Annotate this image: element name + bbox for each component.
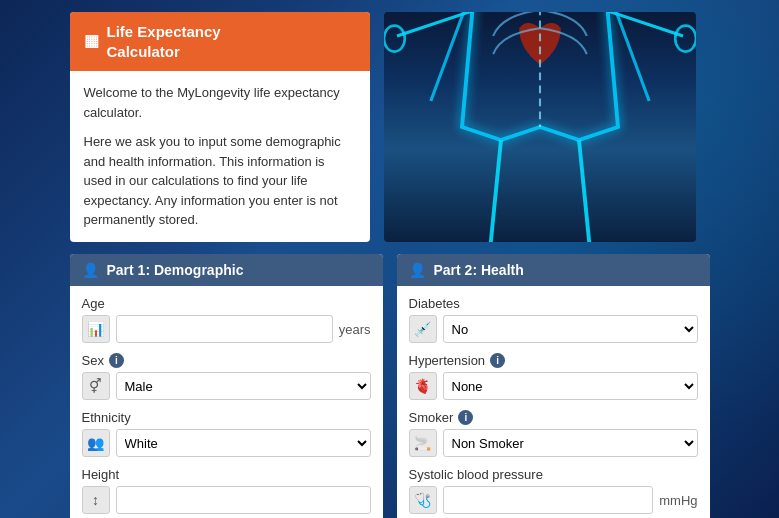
sex-icon: ⚥ (82, 372, 110, 400)
height-group: Height ↕ (82, 467, 371, 514)
hypertension-icon: 🫀 (409, 372, 437, 400)
intro-para1: Welcome to the MyLongevity life expectan… (84, 83, 356, 122)
sex-label: Sex i (82, 353, 371, 368)
height-input[interactable] (116, 486, 371, 514)
systolic-bp-icon: 🩺 (409, 486, 437, 514)
systolic-bp-group: Systolic blood pressure 🩺 120 mmHg (409, 467, 698, 514)
hypertension-group: Hypertension i 🫀 None Controlled Uncontr… (409, 353, 698, 400)
smoker-select[interactable]: Non Smoker Current Smoker Ex Smoker (443, 429, 698, 457)
demographic-header-label: Part 1: Demographic (107, 262, 244, 278)
systolic-bp-input-row: 🩺 120 mmHg (409, 486, 698, 514)
health-panel: 👤 Part 2: Health Diabetes 💉 No Yes (397, 254, 710, 518)
body-figure-svg: 10110100 01001011 11001010 10110001 (384, 12, 696, 242)
hypertension-label: Hypertension i (409, 353, 698, 368)
diabetes-group: Diabetes 💉 No Yes (409, 296, 698, 343)
demographic-panel: 👤 Part 1: Demographic Age 📊 years (70, 254, 383, 518)
age-icon: 📊 (82, 315, 110, 343)
smoker-icon: 🚬 (409, 429, 437, 457)
panel-title: Life Expectancy Calculator (107, 22, 221, 61)
sex-info-icon[interactable]: i (109, 353, 124, 368)
ethnicity-group: Ethnicity 👥 White Black Asian Hispanic O… (82, 410, 371, 457)
hypertension-info-icon[interactable]: i (490, 353, 505, 368)
svg-line-9 (579, 140, 597, 242)
ethnicity-select[interactable]: White Black Asian Hispanic Other (116, 429, 371, 457)
systolic-bp-unit: mmHg (659, 493, 697, 508)
health-header-label: Part 2: Health (434, 262, 524, 278)
hero-image: 10110100 01001011 11001010 10110001 (384, 12, 696, 242)
hypertension-select[interactable]: None Controlled Uncontrolled (443, 372, 698, 400)
hypertension-input-row: 🫀 None Controlled Uncontrolled (409, 372, 698, 400)
panel-header: ▦ Life Expectancy Calculator (70, 12, 370, 71)
diabetes-icon: 💉 (409, 315, 437, 343)
sex-group: Sex i ⚥ Male Female (82, 353, 371, 400)
forms-section: 👤 Part 1: Demographic Age 📊 years (70, 254, 710, 518)
svg-point-4 (384, 26, 405, 52)
sex-input-row: ⚥ Male Female (82, 372, 371, 400)
diabetes-select[interactable]: No Yes (443, 315, 698, 343)
age-input[interactable] (116, 315, 333, 343)
smoker-info-icon[interactable]: i (458, 410, 473, 425)
smoker-group: Smoker i 🚬 Non Smoker Current Smoker Ex … (409, 410, 698, 457)
smoker-label: Smoker i (409, 410, 698, 425)
age-group: Age 📊 years (82, 296, 371, 343)
demographic-body: Age 📊 years Sex i ⚥ (70, 286, 383, 518)
height-label: Height (82, 467, 371, 482)
systolic-bp-input[interactable]: 120 (443, 486, 654, 514)
ethnicity-input-row: 👥 White Black Asian Hispanic Other (82, 429, 371, 457)
smoker-input-row: 🚬 Non Smoker Current Smoker Ex Smoker (409, 429, 698, 457)
ethnicity-icon: 👥 (82, 429, 110, 457)
demographic-header: 👤 Part 1: Demographic (70, 254, 383, 286)
calculator-icon: ▦ (84, 31, 99, 52)
sex-select[interactable]: Male Female (116, 372, 371, 400)
ethnicity-label: Ethnicity (82, 410, 371, 425)
panel-body: Welcome to the MyLongevity life expectan… (70, 71, 370, 242)
height-input-row: ↕ (82, 486, 371, 514)
health-body: Diabetes 💉 No Yes Hypertension i (397, 286, 710, 518)
health-header: 👤 Part 2: Health (397, 254, 710, 286)
svg-line-8 (482, 140, 500, 242)
diabetes-input-row: 💉 No Yes (409, 315, 698, 343)
svg-point-5 (675, 26, 696, 52)
height-icon: ↕ (82, 486, 110, 514)
intro-para2: Here we ask you to input some demographi… (84, 132, 356, 230)
info-panel: ▦ Life Expectancy Calculator Welcome to … (70, 12, 370, 242)
diabetes-label: Diabetes (409, 296, 698, 311)
age-input-row: 📊 years (82, 315, 371, 343)
health-header-icon: 👤 (409, 262, 426, 278)
age-unit: years (339, 322, 371, 337)
age-label: Age (82, 296, 371, 311)
demographic-header-icon: 👤 (82, 262, 99, 278)
systolic-bp-label: Systolic blood pressure (409, 467, 698, 482)
